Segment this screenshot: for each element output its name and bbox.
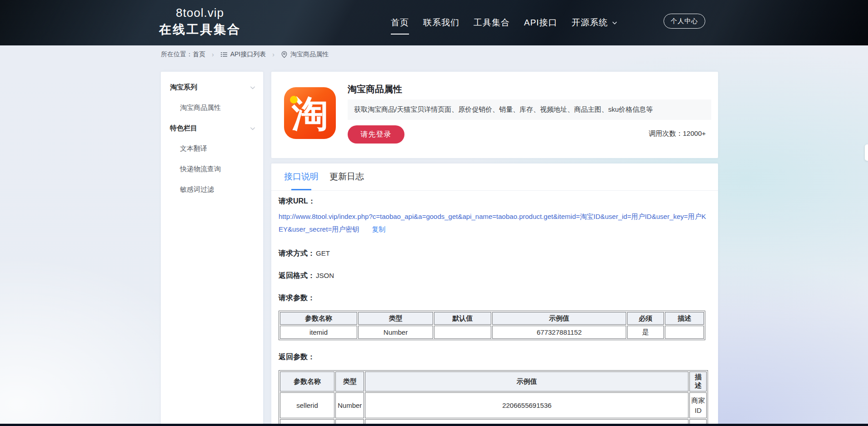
brand-tagline: 在线工具集合: [150, 20, 250, 39]
breadcrumb-api-list-link[interactable]: API接口列表: [230, 50, 266, 59]
table-header-cell: 必须: [627, 312, 664, 325]
nav-item-tools[interactable]: 工具集合: [474, 0, 510, 45]
sidebar-item-sensitive-filter[interactable]: 敏感词过滤: [161, 179, 263, 200]
request-url-label: 请求URL：: [279, 197, 710, 206]
table-cell: [665, 326, 704, 339]
main-nav: 首页 联系我们 工具集合 API接口 开源系统: [391, 0, 618, 45]
chevron-down-icon: [249, 125, 256, 132]
api-title: 淘宝商品属性: [348, 83, 402, 95]
list-icon: [220, 51, 228, 58]
nav-item-home[interactable]: 首页: [391, 0, 409, 45]
table-header-cell: 默认值: [434, 312, 491, 325]
request-method-value: GET: [316, 249, 330, 257]
table-cell: [434, 326, 491, 339]
sidebar-item-text-translate[interactable]: 文本翻译: [161, 139, 263, 159]
table-cell: 677327881152: [492, 326, 626, 339]
breadcrumb: 所在位置： 首页 › API接口列表 › 淘宝商品属性: [161, 50, 329, 59]
table-header-row: 参数名称 类型 示例值 描述: [280, 372, 707, 391]
table-cell: itemid: [280, 326, 357, 339]
nav-item-opensource-label: 开源系统: [572, 17, 608, 29]
nav-item-api[interactable]: API接口: [524, 0, 558, 45]
taobao-app-icon: 淘: [284, 87, 336, 139]
table-row: itemid Number 677327881152 是: [280, 326, 704, 339]
return-params-label: 返回参数：: [279, 352, 710, 362]
side-float-widget[interactable]: [865, 144, 868, 161]
return-params-table: 参数名称 类型 示例值 描述 sellerid Number 220665569…: [279, 370, 708, 426]
api-doc-card: 接口说明 更新日志 请求URL： http://www.8tool.vip/in…: [271, 163, 718, 426]
footer-strip: [0, 424, 868, 426]
brand-name: 8tool.vip: [150, 5, 250, 20]
table-cell: Number: [335, 392, 364, 418]
return-format-row: 返回格式：JSON: [279, 271, 710, 281]
table-header-cell: 参数名称: [280, 372, 334, 391]
taobao-icon-dot: [290, 96, 298, 104]
request-params-table: 参数名称 类型 默认值 示例值 必须 描述 itemid Number 6773…: [279, 311, 705, 340]
table-header-cell: 示例值: [365, 372, 688, 391]
table-header-cell: 描述: [665, 312, 704, 325]
sidebar: 淘宝系列 淘宝商品属性 特色栏目 文本翻译 快递物流查询 敏感词过滤: [161, 72, 263, 426]
table-cell: 商家ID: [689, 392, 707, 418]
request-method-label: 请求方式：: [279, 249, 315, 257]
table-header-cell: 类型: [358, 312, 433, 325]
request-url-link[interactable]: http://www.8tool.vip/index.php?c=taobao_…: [279, 213, 706, 233]
sidebar-section-featured-title: 特色栏目: [170, 124, 197, 133]
table-header-cell: 类型: [335, 372, 364, 391]
table-row: sellerid Number 2206655691536 商家ID: [280, 392, 707, 418]
call-count: 调用次数：12000+: [649, 129, 706, 138]
table-header-cell: 示例值: [492, 312, 626, 325]
table-cell: Number: [358, 326, 433, 339]
login-first-button[interactable]: 请先登录: [348, 125, 404, 144]
sidebar-item-taobao-product-attr[interactable]: 淘宝商品属性: [161, 98, 263, 118]
breadcrumb-separator-icon: ›: [272, 51, 274, 58]
table-header-cell: 参数名称: [280, 312, 357, 325]
nav-item-opensource[interactable]: 开源系统: [572, 0, 618, 45]
request-url-block: http://www.8tool.vip/index.php?c=taobao_…: [279, 210, 710, 236]
api-description: 获取淘宝商品/天猫宝贝详情页面、原价促销价、销量、库存、视频地址、商品主图、sk…: [348, 99, 711, 120]
tab-api-description[interactable]: 接口说明: [284, 163, 319, 190]
brand-logo[interactable]: 8tool.vip 在线工具集合: [150, 5, 250, 39]
copy-url-link[interactable]: 复制: [372, 225, 385, 233]
doc-tabs: 接口说明 更新日志: [271, 163, 718, 191]
breadcrumb-separator-icon: ›: [212, 51, 214, 58]
api-header-card: 淘 淘宝商品属性 获取淘宝商品/天猫宝贝详情页面、原价促销价、销量、库存、视频地…: [271, 72, 718, 158]
table-cell: 2206655691536: [365, 392, 688, 418]
sidebar-item-express-track[interactable]: 快递物流查询: [161, 159, 263, 179]
table-cell: 是: [627, 326, 664, 339]
table-cell: sellerid: [280, 392, 334, 418]
return-format-label: 返回格式：: [279, 272, 315, 279]
return-format-value: JSON: [316, 272, 334, 279]
page-root: 8tool.vip 在线工具集合 首页 联系我们 工具集合 API接口 开源系统…: [0, 0, 868, 426]
call-count-label: 调用次数：: [649, 129, 683, 137]
sidebar-section-taobao[interactable]: 淘宝系列: [161, 77, 263, 98]
table-header-cell: 描述: [689, 372, 707, 391]
chevron-down-icon: [249, 84, 256, 91]
sidebar-section-featured[interactable]: 特色栏目: [161, 118, 263, 139]
request-params-label: 请求参数：: [279, 293, 710, 303]
table-header-row: 参数名称 类型 默认值 示例值 必须 描述: [280, 312, 704, 325]
breadcrumb-prefix: 所在位置：: [161, 50, 193, 59]
profile-button[interactable]: 个人中心: [663, 14, 705, 29]
tab-changelog[interactable]: 更新日志: [329, 163, 364, 190]
breadcrumb-home-link[interactable]: 首页: [193, 50, 205, 59]
request-method-row: 请求方式：GET: [279, 249, 710, 258]
nav-item-contact[interactable]: 联系我们: [423, 0, 459, 45]
doc-body: 请求URL： http://www.8tool.vip/index.php?c=…: [271, 191, 718, 426]
call-count-value: 12000+: [683, 129, 706, 137]
location-pin-icon: [281, 51, 288, 58]
chevron-down-icon: [612, 20, 618, 26]
top-navbar: 8tool.vip 在线工具集合 首页 联系我们 工具集合 API接口 开源系统…: [0, 0, 868, 45]
sidebar-section-taobao-title: 淘宝系列: [170, 83, 197, 92]
breadcrumb-current: 淘宝商品属性: [290, 50, 329, 59]
